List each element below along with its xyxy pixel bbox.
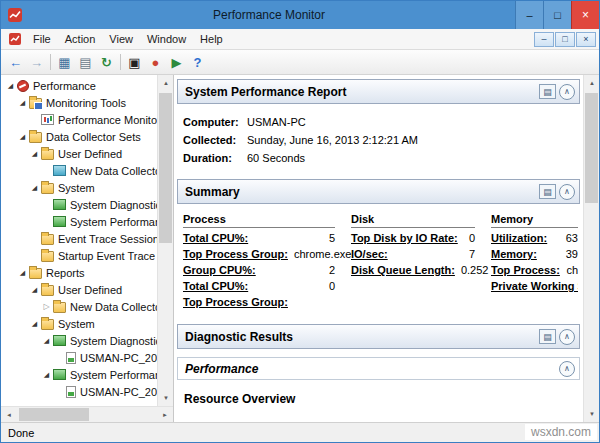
expander-expanded-icon[interactable]: ◢	[17, 133, 28, 140]
menu-file[interactable]: File	[26, 31, 58, 47]
summary-row-label[interactable]: Private Working Set:	[491, 280, 578, 292]
expander-expanded-icon[interactable]: ◢	[5, 82, 16, 89]
tree-item-user-defined[interactable]: ◢User Defined	[1, 145, 157, 162]
child-minimize-button[interactable]: –	[534, 32, 554, 47]
section-collapse-button[interactable]: ∧	[559, 329, 575, 345]
scroll-up-icon[interactable]: ▲	[584, 75, 600, 91]
tree-item-reports[interactable]: ◢Reports	[1, 264, 157, 281]
summary-column-header: Memory	[491, 212, 578, 228]
tree-scrollbar-track[interactable]	[158, 91, 173, 390]
scroll-down-icon[interactable]: ▼	[158, 390, 174, 406]
section-collapse-button[interactable]: ∧	[559, 184, 575, 200]
section-collapse-button[interactable]: ∧	[559, 361, 575, 377]
summary-row-label[interactable]: Group CPU%:	[183, 264, 256, 276]
summary-row-label[interactable]: Memory:	[491, 248, 537, 260]
export-list-button[interactable]: ▤	[75, 52, 96, 73]
summary-row-label[interactable]: Disk Queue Length:	[351, 264, 455, 276]
expander-expanded-icon[interactable]: ◢	[41, 371, 52, 378]
titlebar[interactable]: Performance Monitor – □ ×	[1, 1, 599, 29]
child-close-button[interactable]: ×	[576, 32, 596, 47]
minimize-button[interactable]: –	[515, 1, 543, 29]
menu-action[interactable]: Action	[58, 31, 103, 47]
system-green-icon	[53, 199, 66, 210]
scroll-left-icon[interactable]: ◄	[1, 407, 17, 423]
expander-expanded-icon[interactable]: ◢	[29, 150, 40, 157]
expander-expanded-icon[interactable]: ◢	[29, 184, 40, 191]
tree-horizontal-scrollbar[interactable]: ◄ ►	[1, 406, 173, 422]
start-button[interactable]: ▶	[166, 52, 187, 73]
tree-item-performance-monitor[interactable]: Performance Monitor	[1, 111, 157, 128]
report-scrollbar-track[interactable]	[584, 91, 599, 406]
tree-item-usman-pc-201[interactable]: USMAN-PC_201	[1, 383, 157, 400]
summary-header: Summary ▤ ∧	[177, 179, 580, 204]
summary-row-label[interactable]: Total CPU%:	[183, 232, 248, 244]
help-button[interactable]: ?	[187, 52, 208, 73]
tree-item-performance[interactable]: ◢Performance	[1, 77, 157, 94]
expander-expanded-icon[interactable]: ◢	[29, 286, 40, 293]
tree-item-monitoring-tools[interactable]: ◢Monitoring Tools	[1, 94, 157, 111]
report-vertical-scrollbar[interactable]: ▲ ▼	[583, 75, 599, 422]
forward-button[interactable]: →	[26, 52, 47, 73]
report-field-duration: Duration:60 Seconds	[183, 149, 576, 167]
menu-window[interactable]: Window	[140, 31, 193, 47]
tree-hscrollbar-track[interactable]	[17, 407, 157, 422]
refresh-button[interactable]: ↻	[96, 52, 117, 73]
tree-item-system[interactable]: ◢System	[1, 315, 157, 332]
expander-expanded-icon[interactable]: ◢	[29, 320, 40, 327]
report-content: System Performance Report ▤ ∧ Computer:U…	[174, 75, 583, 422]
expander-collapsed-icon[interactable]: ▷	[41, 303, 52, 311]
section-menu-button[interactable]: ▤	[539, 329, 556, 344]
folder-icon	[41, 149, 54, 160]
expander-expanded-icon[interactable]: ◢	[41, 337, 52, 344]
summary-row-label[interactable]: IO/sec:	[351, 248, 388, 260]
tree-item-system-performance[interactable]: ◢System Performance	[1, 366, 157, 383]
report-scrollbar-thumb[interactable]	[585, 93, 598, 203]
tree-item-label: System Performance	[70, 369, 157, 381]
menu-help[interactable]: Help	[193, 31, 230, 47]
tree-item-label: System	[58, 182, 95, 194]
scroll-down-icon[interactable]: ▼	[584, 406, 600, 422]
display-report-button[interactable]: ▣	[124, 52, 145, 73]
tree-item-event-trace-sessions[interactable]: Event Trace Sessions	[1, 230, 157, 247]
scroll-right-icon[interactable]: ►	[157, 407, 173, 423]
system-green-icon	[53, 369, 66, 380]
tree-vertical-scrollbar[interactable]: ▲ ▼	[157, 75, 173, 406]
collector-icon	[53, 165, 66, 176]
section-menu-button[interactable]: ▤	[539, 184, 556, 199]
tree-item-startup-event-trace-ses[interactable]: Startup Event Trace Ses	[1, 247, 157, 264]
section-collapse-button[interactable]: ∧	[559, 84, 575, 100]
summary-row-label[interactable]: Top Disk by IO Rate:	[351, 232, 458, 244]
summary-row-value: 5	[329, 232, 335, 244]
tree-item-label: New Data Collector	[70, 301, 157, 313]
tree-item-system-diagnostics[interactable]: ◢System Diagnostics	[1, 332, 157, 349]
record-button[interactable]: ●	[145, 52, 166, 73]
expander-expanded-icon[interactable]: ◢	[17, 99, 28, 106]
tree-item-user-defined[interactable]: ◢User Defined	[1, 281, 157, 298]
tree-scrollbar-thumb[interactable]	[159, 93, 172, 243]
summary-row-label[interactable]: Top Process Group:	[183, 296, 288, 308]
tree-item-system-diagnostics[interactable]: System Diagnostics	[1, 196, 157, 213]
expander-expanded-icon[interactable]: ◢	[17, 269, 28, 276]
tree-item-usman-pc-201[interactable]: USMAN-PC_201	[1, 349, 157, 366]
show-hide-console-tree-button[interactable]: ▦	[54, 52, 75, 73]
section-menu-button[interactable]: ▤	[539, 84, 556, 99]
summary-row-label[interactable]: Top Process Group:	[183, 248, 288, 260]
menu-view[interactable]: View	[102, 31, 140, 47]
child-restore-button[interactable]: □	[555, 32, 575, 47]
performance-subsection-title: Performance	[185, 362, 559, 376]
tree-item-data-collector-sets[interactable]: ◢Data Collector Sets	[1, 128, 157, 145]
tree-item-system[interactable]: ◢System	[1, 179, 157, 196]
maximize-button[interactable]: □	[543, 1, 571, 29]
tree-item-system-performance[interactable]: System Performance	[1, 213, 157, 230]
scroll-up-icon[interactable]: ▲	[158, 75, 174, 91]
performance-subsection-header: Performance ∧	[177, 357, 580, 380]
summary-row-label[interactable]: Total CPU%:	[183, 280, 248, 292]
summary-row-label[interactable]: Top Process:	[491, 264, 560, 276]
back-button[interactable]: ←	[5, 52, 26, 73]
summary-row-label[interactable]: Utilization:	[491, 232, 547, 244]
close-button[interactable]: ×	[571, 1, 599, 29]
tree-hscrollbar-thumb[interactable]	[19, 408, 89, 421]
report-field-label: Duration:	[183, 152, 247, 164]
tree-item-new-data-collector[interactable]: ▷New Data Collector	[1, 298, 157, 315]
tree-item-new-data-collector[interactable]: New Data Collector	[1, 162, 157, 179]
